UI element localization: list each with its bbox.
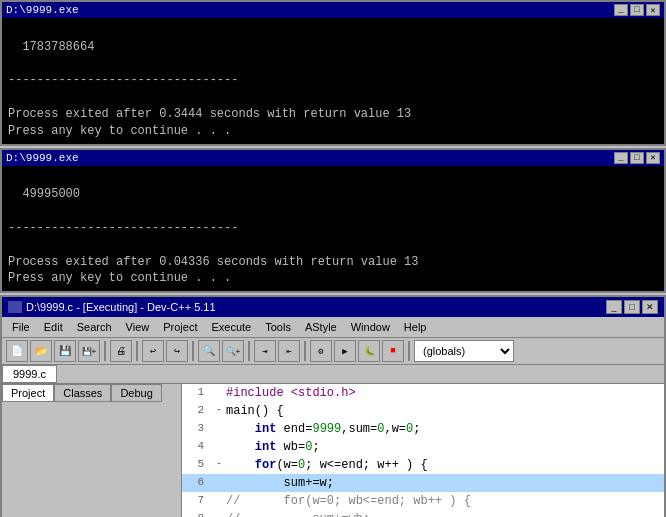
- terminal-1-titlebar: D:\9999.exe _ □ ✕: [2, 2, 664, 18]
- terminal-1-line-3: [8, 56, 658, 73]
- code-line-1: 1 #include <stdio.h>: [182, 384, 664, 402]
- ide-maximize[interactable]: □: [624, 300, 640, 314]
- code-text-7: // for(w=0; wb<=end; wb++ ) {: [226, 492, 471, 510]
- line-num-4: 4: [182, 438, 212, 456]
- code-line-6: 6 sum+=w;: [182, 474, 664, 492]
- menu-project[interactable]: Project: [157, 319, 203, 335]
- file-tab-bar: 9999.c: [2, 365, 664, 384]
- toolbar-stop[interactable]: ■: [382, 340, 404, 362]
- terminal-1-close[interactable]: ✕: [646, 4, 660, 16]
- menu-execute[interactable]: Execute: [205, 319, 257, 335]
- terminal-1-line-1: [8, 22, 658, 39]
- terminal-1-press-msg: Press any key to continue . . .: [8, 123, 658, 140]
- toolbar-sep-5: [304, 341, 306, 361]
- code-line-4: 4 int wb=0;: [182, 438, 664, 456]
- terminal-2-content: 49995000 -------------------------------…: [2, 166, 664, 292]
- toolbar-run[interactable]: ▶: [334, 340, 356, 362]
- terminal-2-line-4: [8, 237, 658, 254]
- terminal-1-exit-msg: Process exited after 0.3444 seconds with…: [8, 106, 658, 123]
- code-line-7: 7 // for(w=0; wb<=end; wb++ ) {: [182, 492, 664, 510]
- terminal-2-controls: _ □ ✕: [614, 152, 660, 164]
- terminal-2-line-2: 49995000: [8, 186, 658, 203]
- terminal-1-minimize[interactable]: _: [614, 4, 628, 16]
- line-num-5: 5: [182, 456, 212, 474]
- terminal-2-close[interactable]: ✕: [646, 152, 660, 164]
- code-content: 1 #include <stdio.h> 2 - main() { 3 int …: [182, 384, 664, 517]
- toolbar-open[interactable]: 📂: [30, 340, 52, 362]
- toolbar-unindent[interactable]: ⇤: [278, 340, 300, 362]
- line-num-6: 6: [182, 474, 212, 492]
- sidebar-tab-classes[interactable]: Classes: [54, 384, 111, 402]
- line-num-7: 7: [182, 492, 212, 510]
- menu-search[interactable]: Search: [71, 319, 118, 335]
- terminal-1-maximize[interactable]: □: [630, 4, 644, 16]
- toolbar-sep-6: [408, 341, 410, 361]
- code-line-8: 8 // sum+=wb;: [182, 510, 664, 517]
- ide-title-area: D:\9999.c - [Executing] - Dev-C++ 5.11: [8, 301, 216, 313]
- terminal-1-line-4: [8, 89, 658, 106]
- toolbar-new[interactable]: 📄: [6, 340, 28, 362]
- menu-edit[interactable]: Edit: [38, 319, 69, 335]
- toolbar-redo[interactable]: ↪: [166, 340, 188, 362]
- sidebar: Project Classes Debug: [2, 384, 182, 517]
- line-num-3: 3: [182, 420, 212, 438]
- menu-astyle[interactable]: AStyle: [299, 319, 343, 335]
- menu-window[interactable]: Window: [345, 319, 396, 335]
- terminal-1-content: 1783788664 -----------------------------…: [2, 18, 664, 144]
- ide-minimize[interactable]: _: [606, 300, 622, 314]
- ide-titlebar-controls: _ □ ✕: [606, 300, 658, 314]
- ide-main: Project Classes Debug 1 #include <stdio.…: [2, 384, 664, 517]
- toolbar-replace[interactable]: 🔍+: [222, 340, 244, 362]
- terminal-window-2: D:\9999.exe _ □ ✕ 49995000 -------------…: [0, 148, 666, 294]
- toolbar-save[interactable]: 💾: [54, 340, 76, 362]
- toolbar-find[interactable]: 🔍: [198, 340, 220, 362]
- ide-title-icon: [8, 301, 22, 313]
- code-text-3: int end=9999,sum=0,w=0;: [226, 420, 420, 438]
- file-tab-9999c[interactable]: 9999.c: [2, 365, 57, 383]
- terminal-2-line-1: [8, 170, 658, 187]
- code-text-1: #include <stdio.h>: [226, 384, 356, 402]
- terminal-1-separator: --------------------------------: [8, 72, 658, 89]
- terminal-2-maximize[interactable]: □: [630, 152, 644, 164]
- toolbar-sep-1: [104, 341, 106, 361]
- code-line-3: 3 int end=9999,sum=0,w=0;: [182, 420, 664, 438]
- menu-file[interactable]: File: [6, 319, 36, 335]
- code-editor[interactable]: 1 #include <stdio.h> 2 - main() { 3 int …: [182, 384, 664, 517]
- toolbar-sep-2: [136, 341, 138, 361]
- toolbar-sep-4: [248, 341, 250, 361]
- menubar: File Edit Search View Project Execute To…: [2, 317, 664, 338]
- code-text-6: sum+=w;: [226, 474, 334, 492]
- terminal-2-minimize[interactable]: _: [614, 152, 628, 164]
- terminal-2-press-msg: Press any key to continue . . .: [8, 270, 658, 287]
- ide-window: D:\9999.c - [Executing] - Dev-C++ 5.11 _…: [0, 295, 666, 517]
- code-text-5: for(w=0; w<=end; w++ ) {: [226, 456, 428, 474]
- ide-title: D:\9999.c - [Executing] - Dev-C++ 5.11: [26, 301, 216, 313]
- code-text-8: // sum+=wb;: [226, 510, 370, 517]
- code-text-2: main() {: [226, 402, 284, 420]
- terminal-1-line-2: 1783788664: [8, 39, 658, 56]
- menu-tools[interactable]: Tools: [259, 319, 297, 335]
- toolbar: 📄 📂 💾 💾+ 🖨 ↩ ↪ 🔍 🔍+ ⇥ ⇤ ⚙ ▶ 🐛 ■ (globals…: [2, 338, 664, 365]
- menu-help[interactable]: Help: [398, 319, 433, 335]
- terminal-window-1: D:\9999.exe _ □ ✕ 1783788664 -----------…: [0, 0, 666, 146]
- toolbar-save-all[interactable]: 💾+: [78, 340, 100, 362]
- sidebar-tabs: Project Classes Debug: [2, 384, 181, 402]
- terminal-2-titlebar: D:\9999.exe _ □ ✕: [2, 150, 664, 166]
- line-num-2: 2: [182, 402, 212, 420]
- sidebar-tab-debug[interactable]: Debug: [111, 384, 161, 402]
- toolbar-print[interactable]: 🖨: [110, 340, 132, 362]
- sidebar-tab-project[interactable]: Project: [2, 384, 54, 402]
- ide-titlebar: D:\9999.c - [Executing] - Dev-C++ 5.11 _…: [2, 297, 664, 317]
- toolbar-compile[interactable]: ⚙: [310, 340, 332, 362]
- code-line-2: 2 - main() {: [182, 402, 664, 420]
- terminal-2-exit-msg: Process exited after 0.04336 seconds wit…: [8, 254, 658, 271]
- toolbar-undo[interactable]: ↩: [142, 340, 164, 362]
- toolbar-indent[interactable]: ⇥: [254, 340, 276, 362]
- ide-close[interactable]: ✕: [642, 300, 658, 314]
- menu-view[interactable]: View: [120, 319, 156, 335]
- line-num-8: 8: [182, 510, 212, 517]
- code-text-4: int wb=0;: [226, 438, 320, 456]
- toolbar-sep-3: [192, 341, 194, 361]
- scope-dropdown[interactable]: (globals): [414, 340, 514, 362]
- toolbar-debug[interactable]: 🐛: [358, 340, 380, 362]
